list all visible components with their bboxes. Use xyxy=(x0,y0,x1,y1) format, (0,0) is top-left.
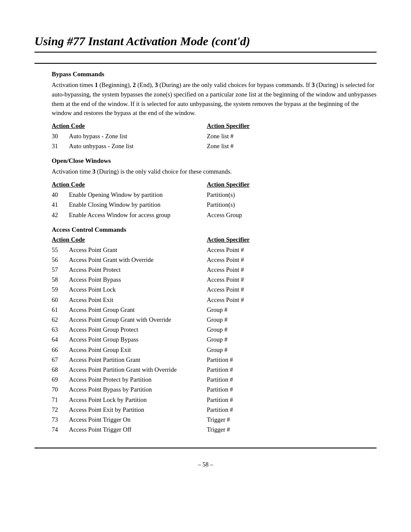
table-row: 30 Auto bypass - Zone list Zone list # xyxy=(52,131,377,141)
row-code: 55 xyxy=(52,245,69,255)
row-code: 40 xyxy=(52,190,69,200)
row-specifier: Partition(s) xyxy=(207,200,377,210)
row-description: Access Point Grant xyxy=(69,245,207,255)
table-row: 42 Enable Access Window for access group… xyxy=(52,210,377,220)
row-specifier: Access Point # xyxy=(207,255,377,265)
row-description: Enable Closing Window by partition xyxy=(69,200,207,210)
row-description: Access Point Partition Grant xyxy=(69,355,207,365)
table-row: 74 Access Point Trigger Off Trigger # xyxy=(52,425,377,435)
row-specifier: Partition # xyxy=(207,395,377,405)
access-control-table: Action Code Action Specifier 55 Access P… xyxy=(52,236,377,435)
open-close-table: Action Code Action Specifier 40 Enable O… xyxy=(52,181,377,220)
row-code: 62 xyxy=(52,315,69,325)
bypass-commands-body: Activation times 1 (Beginning), 2 (End),… xyxy=(52,81,377,118)
table-row: 70 Access Point Bypass by Partition Part… xyxy=(52,385,377,395)
open-close-action-code-header: Action Code xyxy=(52,181,207,188)
row-code: 31 xyxy=(52,141,69,151)
access-control-action-specifier-header: Action Specifier xyxy=(207,236,377,243)
row-code: 72 xyxy=(52,405,69,415)
row-specifier: Trigger # xyxy=(207,425,377,435)
row-description: Access Point Group Exit xyxy=(69,345,207,355)
bypass-col-headers: Action Code Action Specifier xyxy=(52,122,377,130)
row-code: 66 xyxy=(52,345,69,355)
table-row: 63 Access Point Group Protect Group # xyxy=(52,325,377,335)
row-specifier: Access Point # xyxy=(207,295,377,305)
row-description: Enable Access Window for access group xyxy=(69,210,207,220)
row-description: Access Point Group Grant with Override xyxy=(69,315,207,325)
row-specifier: Partition(s) xyxy=(207,190,377,200)
table-row: 60 Access Point Exit Access Point # xyxy=(52,295,377,305)
row-description: Access Point Exit xyxy=(69,295,207,305)
row-description: Access Point Group Grant xyxy=(69,305,207,315)
access-control-heading: Access Control Commands xyxy=(52,226,377,233)
row-specifier: Partition # xyxy=(207,355,377,365)
row-description: Access Point Protect by Partition xyxy=(69,375,207,385)
row-code: 69 xyxy=(52,375,69,385)
bypass-commands-table: Action Code Action Specifier 30 Auto byp… xyxy=(52,122,377,151)
table-row: 71 Access Point Lock by Partition Partit… xyxy=(52,395,377,405)
row-description: Access Point Trigger On xyxy=(69,415,207,425)
row-description: Access Point Grant with Override xyxy=(69,255,207,265)
row-code: 64 xyxy=(52,335,69,345)
row-specifier: Partition # xyxy=(207,375,377,385)
row-specifier: Group # xyxy=(207,305,377,315)
row-code: 67 xyxy=(52,355,69,365)
row-description: Access Point Protect xyxy=(69,265,207,275)
row-specifier: Group # xyxy=(207,315,377,325)
row-code: 42 xyxy=(52,210,69,220)
row-description: Access Point Exit by Partition xyxy=(69,405,207,415)
row-description: Access Point Bypass xyxy=(69,275,207,285)
table-row: 59 Access Point Lock Access Point # xyxy=(52,285,377,295)
row-specifier: Access Group xyxy=(207,210,377,220)
row-description: Auto bypass - Zone list xyxy=(69,131,207,141)
row-specifier: Group # xyxy=(207,335,377,345)
row-specifier: Access Point # xyxy=(207,265,377,275)
bypass-action-specifier-header: Action Specifier xyxy=(207,122,377,130)
table-row: 67 Access Point Partition Grant Partitio… xyxy=(52,355,377,365)
row-description: Auto unbypass - Zone list xyxy=(69,141,207,151)
row-code: 57 xyxy=(52,265,69,275)
page-title: Using #77 Instant Activation Mode (cont'… xyxy=(34,34,377,53)
bypass-commands-heading: Bypass Commands xyxy=(52,71,377,78)
table-row: 69 Access Point Protect by Partition Par… xyxy=(52,375,377,385)
row-code: 61 xyxy=(52,305,69,315)
row-code: 74 xyxy=(52,425,69,435)
row-specifier: Access Point # xyxy=(207,275,377,285)
page-number: – 58 – xyxy=(34,461,377,468)
row-code: 30 xyxy=(52,131,69,141)
row-code: 68 xyxy=(52,365,69,375)
open-close-action-specifier-header: Action Specifier xyxy=(207,181,377,188)
access-control-action-code-header: Action Code xyxy=(52,236,207,243)
table-row: 72 Access Point Exit by Partition Partit… xyxy=(52,405,377,415)
access-control-section: Access Control Commands Action Code Acti… xyxy=(52,226,377,435)
table-row: 68 Access Point Partition Grant with Ove… xyxy=(52,365,377,375)
row-description: Access Point Group Bypass xyxy=(69,335,207,345)
row-specifier: Trigger # xyxy=(207,415,377,425)
table-row: 66 Access Point Group Exit Group # xyxy=(52,345,377,355)
content-indent: Bypass Commands Activation times 1 (Begi… xyxy=(52,71,377,435)
row-code: 58 xyxy=(52,275,69,285)
open-close-col-headers: Action Code Action Specifier xyxy=(52,181,377,188)
row-description: Access Point Partition Grant with Overri… xyxy=(69,365,207,375)
row-description: Access Point Group Protect xyxy=(69,325,207,335)
table-row: 62 Access Point Group Grant with Overrid… xyxy=(52,315,377,325)
table-row: 73 Access Point Trigger On Trigger # xyxy=(52,415,377,425)
table-row: 57 Access Point Protect Access Point # xyxy=(52,265,377,275)
row-description: Access Point Trigger Off xyxy=(69,425,207,435)
table-row: 58 Access Point Bypass Access Point # xyxy=(52,275,377,285)
row-specifier: Zone list # xyxy=(207,141,377,151)
row-code: 71 xyxy=(52,395,69,405)
row-code: 59 xyxy=(52,285,69,295)
table-row: 31 Auto unbypass - Zone list Zone list # xyxy=(52,141,377,151)
row-specifier: Group # xyxy=(207,345,377,355)
row-code: 63 xyxy=(52,325,69,335)
open-close-heading: Open/Close Windows xyxy=(52,157,377,165)
row-specifier: Partition # xyxy=(207,405,377,415)
row-description: Access Point Lock by Partition xyxy=(69,395,207,405)
main-content: Bypass Commands Activation times 1 (Begi… xyxy=(34,63,377,448)
row-code: 60 xyxy=(52,295,69,305)
table-row: 64 Access Point Group Bypass Group # xyxy=(52,335,377,345)
table-row: 40 Enable Opening Window by partition Pa… xyxy=(52,190,377,200)
row-specifier: Access Point # xyxy=(207,245,377,255)
table-row: 55 Access Point Grant Access Point # xyxy=(52,245,377,255)
